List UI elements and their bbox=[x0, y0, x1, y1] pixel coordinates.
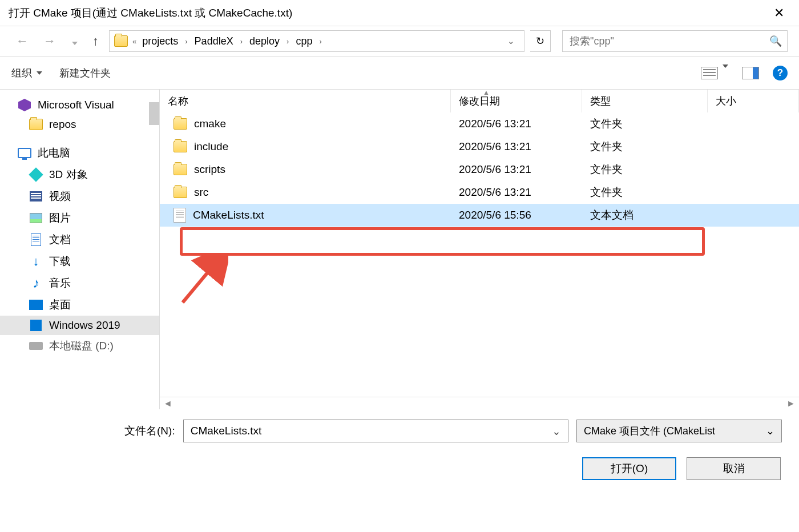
sidebar-label: 桌面 bbox=[49, 297, 71, 312]
sidebar-label: 文档 bbox=[49, 232, 71, 247]
sidebar-label: Windows 2019 bbox=[49, 319, 120, 332]
sidebar-item-visual-studio[interactable]: Microsoft Visual bbox=[0, 95, 159, 115]
cancel-button[interactable]: 取消 bbox=[687, 457, 781, 480]
file-name: include bbox=[194, 140, 228, 153]
sidebar-label: repos bbox=[49, 118, 76, 131]
file-icon bbox=[173, 208, 186, 223]
file-type: 文本文档 bbox=[582, 204, 708, 227]
nav-recent-icon[interactable] bbox=[66, 34, 82, 49]
sidebar-item-desktop[interactable]: 桌面 bbox=[0, 294, 159, 316]
image-icon bbox=[30, 213, 42, 223]
file-row[interactable]: include2020/5/6 13:21文件夹 bbox=[160, 135, 799, 158]
sidebar-item-3d[interactable]: 3D 对象 bbox=[0, 164, 159, 186]
visual-studio-icon bbox=[18, 99, 31, 111]
column-date[interactable]: 修改日期 bbox=[451, 90, 582, 112]
close-icon[interactable]: ✕ bbox=[768, 2, 790, 25]
sidebar-item-disk-d[interactable]: 本地磁盘 (D:) bbox=[0, 335, 159, 357]
chevron-down-icon: ⌄ bbox=[766, 425, 774, 437]
file-type: 文件夹 bbox=[582, 112, 708, 135]
sidebar: Microsoft Visual repos 此电脑 3D 对象 视频 图片 文… bbox=[0, 90, 160, 409]
breadcrumb-seg[interactable]: deploy bbox=[248, 33, 281, 50]
file-size bbox=[708, 181, 799, 204]
folder-icon bbox=[173, 187, 187, 198]
nav-back-icon[interactable]: ← bbox=[11, 34, 33, 49]
file-row[interactable]: src2020/5/6 13:21文件夹 bbox=[160, 181, 799, 204]
breadcrumb[interactable]: « projects › PaddleX › deploy › cpp › ⌄ bbox=[109, 30, 524, 52]
file-date: 2020/5/6 13:21 bbox=[451, 181, 582, 204]
filter-text: CMake 项目文件 (CMakeList bbox=[584, 424, 715, 438]
file-name: cmake bbox=[194, 118, 226, 130]
folder-icon bbox=[173, 118, 187, 130]
new-folder-button[interactable]: 新建文件夹 bbox=[59, 66, 111, 80]
filename-input[interactable]: CMakeLists.txt⌄ bbox=[183, 420, 568, 442]
preview-pane-icon[interactable] bbox=[742, 67, 759, 79]
sidebar-item-documents[interactable]: 文档 bbox=[0, 229, 159, 251]
filename-value: CMakeLists.txt bbox=[191, 425, 262, 437]
document-icon bbox=[31, 233, 41, 246]
chevron-down-icon[interactable]: ⌄ bbox=[552, 425, 561, 438]
breadcrumb-seg[interactable]: cpp bbox=[294, 33, 313, 50]
file-name: src bbox=[194, 186, 208, 199]
video-icon bbox=[30, 191, 42, 201]
file-date: 2020/5/6 15:56 bbox=[451, 204, 582, 227]
sidebar-item-images[interactable]: 图片 bbox=[0, 207, 159, 229]
sidebar-label: 本地磁盘 (D:) bbox=[49, 338, 114, 353]
sidebar-label: 此电脑 bbox=[38, 146, 70, 160]
column-name[interactable]: 名称 bbox=[160, 90, 451, 112]
organize-button[interactable]: 组织 bbox=[11, 66, 42, 80]
sidebar-label: Microsoft Visual bbox=[38, 99, 114, 111]
file-name: CMakeLists.txt bbox=[193, 209, 264, 221]
sidebar-item-repos[interactable]: repos bbox=[0, 115, 159, 134]
sidebar-scrollbar[interactable] bbox=[149, 102, 159, 125]
window-title: 打开 CMake 项目(通过 CMakeLists.txt 或 CMakeCac… bbox=[9, 6, 768, 21]
file-type: 文件夹 bbox=[582, 181, 708, 204]
sidebar-item-windows[interactable]: Windows 2019 bbox=[0, 316, 159, 335]
disk-icon bbox=[29, 342, 43, 350]
file-name: scripts bbox=[194, 163, 225, 176]
search-input[interactable] bbox=[563, 35, 764, 47]
sidebar-label: 音乐 bbox=[49, 276, 71, 291]
column-headers: 名称 修改日期 类型 大小 bbox=[160, 90, 799, 112]
chevron-right-icon[interactable]: › bbox=[184, 37, 188, 46]
download-icon: ↓ bbox=[29, 255, 43, 268]
sidebar-label: 视频 bbox=[49, 189, 71, 204]
chevron-right-icon[interactable]: › bbox=[285, 37, 290, 46]
open-button[interactable]: 打开(O) bbox=[582, 457, 676, 480]
music-icon: ♪ bbox=[29, 277, 43, 289]
file-date: 2020/5/6 13:21 bbox=[451, 158, 582, 181]
file-row[interactable]: CMakeLists.txt2020/5/6 15:56文本文档 bbox=[160, 204, 799, 227]
history-dropdown-icon[interactable]: ⌄ bbox=[503, 36, 519, 46]
refresh-icon[interactable]: ↻ bbox=[530, 30, 551, 52]
computer-icon bbox=[18, 148, 31, 158]
file-size bbox=[708, 135, 799, 158]
filename-label: 文件名(N): bbox=[124, 424, 175, 438]
file-size bbox=[708, 158, 799, 181]
sidebar-item-this-pc[interactable]: 此电脑 bbox=[0, 142, 159, 164]
list-view-icon bbox=[701, 67, 718, 79]
sidebar-item-music[interactable]: ♪音乐 bbox=[0, 272, 159, 294]
nav-up-icon[interactable]: ↑ bbox=[88, 34, 103, 49]
column-type[interactable]: 类型 bbox=[582, 90, 708, 112]
file-date: 2020/5/6 13:21 bbox=[451, 135, 582, 158]
sidebar-item-downloads[interactable]: ↓下载 bbox=[0, 251, 159, 272]
windows-icon bbox=[30, 320, 42, 331]
chevron-right-icon[interactable]: › bbox=[239, 37, 244, 46]
horizontal-scrollbar[interactable]: ◄► bbox=[160, 397, 799, 409]
chevron-right-icon[interactable]: › bbox=[318, 37, 322, 46]
column-size[interactable]: 大小 bbox=[708, 90, 799, 112]
nav-forward-icon[interactable]: → bbox=[39, 34, 60, 49]
search-icon[interactable]: 🔍 bbox=[764, 35, 787, 47]
file-row[interactable]: cmake2020/5/6 13:21文件夹 bbox=[160, 112, 799, 135]
sidebar-item-video[interactable]: 视频 bbox=[0, 186, 159, 207]
help-icon[interactable]: ? bbox=[773, 66, 788, 80]
search-box[interactable]: 🔍 bbox=[562, 30, 788, 52]
file-type-select[interactable]: CMake 项目文件 (CMakeList⌄ bbox=[576, 420, 782, 442]
view-mode-button[interactable] bbox=[701, 67, 728, 79]
breadcrumb-seg[interactable]: PaddleX bbox=[193, 33, 235, 50]
folder-icon bbox=[173, 141, 187, 152]
file-row[interactable]: scripts2020/5/6 13:21文件夹 bbox=[160, 158, 799, 181]
file-date: 2020/5/6 13:21 bbox=[451, 112, 582, 135]
file-list: ▲ 名称 修改日期 类型 大小 cmake2020/5/6 13:21文件夹in… bbox=[160, 90, 799, 409]
file-size bbox=[708, 112, 799, 135]
breadcrumb-seg[interactable]: projects bbox=[141, 33, 179, 50]
